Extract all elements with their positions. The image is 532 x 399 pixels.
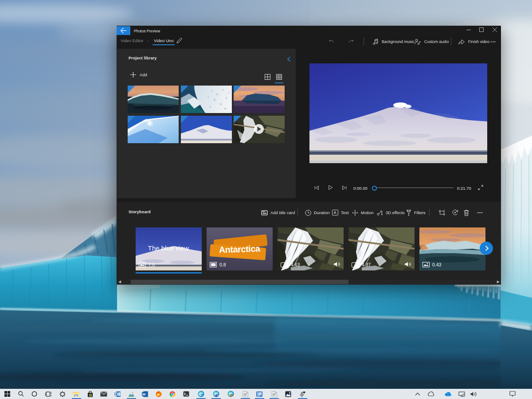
svg-text:Antarctica: Antarctica — [219, 243, 261, 254]
svg-text:CAN: CAN — [229, 395, 232, 396]
svg-text:W: W — [142, 392, 146, 396]
svg-text:The blue view: The blue view — [148, 244, 189, 252]
svg-text:BETA: BETA — [214, 395, 218, 396]
